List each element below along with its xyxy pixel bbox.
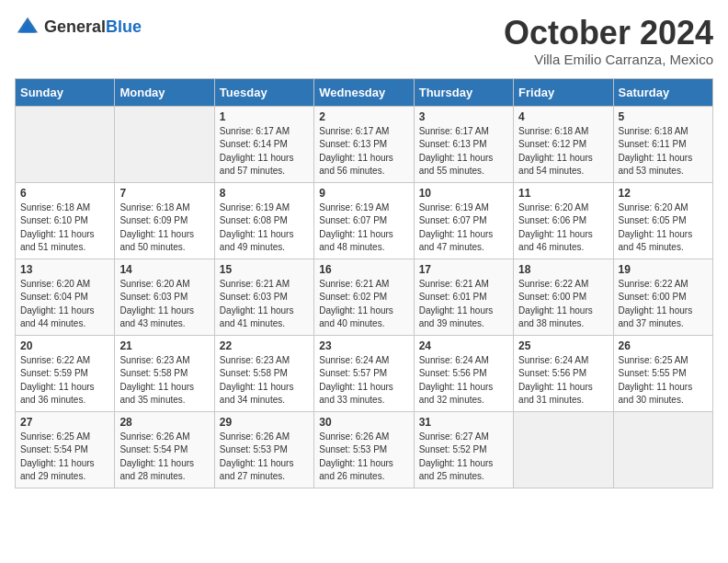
day-info: Sunrise: 6:20 AMSunset: 6:05 PMDaylight:…: [619, 201, 708, 255]
calendar-day-header: Monday: [115, 78, 214, 106]
calendar-cell: [16, 106, 115, 182]
calendar-cell: 16Sunrise: 6:21 AMSunset: 6:02 PMDayligh…: [314, 259, 414, 335]
month-title: October 2024: [504, 15, 713, 52]
calendar-cell: 4Sunrise: 6:18 AMSunset: 6:12 PMDaylight…: [514, 106, 613, 182]
header: GeneralBlue October 2024 Villa Emilio Ca…: [15, 15, 713, 67]
calendar-header: SundayMondayTuesdayWednesdayThursdayFrid…: [16, 78, 713, 106]
day-info: Sunrise: 6:24 AMSunset: 5:56 PMDaylight:…: [419, 354, 508, 408]
day-info: Sunrise: 6:23 AMSunset: 5:58 PMDaylight:…: [119, 354, 209, 408]
calendar-cell: 18Sunrise: 6:22 AMSunset: 6:00 PMDayligh…: [514, 259, 613, 335]
location-subtitle: Villa Emilio Carranza, Mexico: [504, 52, 713, 67]
calendar-cell: 5Sunrise: 6:18 AMSunset: 6:11 PMDaylight…: [613, 106, 712, 182]
calendar-table: SundayMondayTuesdayWednesdayThursdayFrid…: [15, 78, 713, 488]
calendar-cell: 25Sunrise: 6:24 AMSunset: 5:56 PMDayligh…: [514, 335, 613, 411]
calendar-cell: 7Sunrise: 6:18 AMSunset: 6:09 PMDaylight…: [115, 182, 214, 259]
day-number: 18: [518, 263, 608, 276]
day-info: Sunrise: 6:23 AMSunset: 5:58 PMDaylight:…: [220, 354, 309, 408]
day-number: 3: [419, 110, 508, 123]
day-number: 22: [220, 339, 309, 352]
day-number: 20: [20, 339, 109, 352]
day-number: 29: [220, 416, 309, 429]
day-number: 5: [619, 110, 708, 123]
calendar-cell: 12Sunrise: 6:20 AMSunset: 6:05 PMDayligh…: [613, 182, 712, 259]
day-info: Sunrise: 6:26 AMSunset: 5:54 PMDaylight:…: [119, 431, 209, 484]
day-info: Sunrise: 6:18 AMSunset: 6:11 PMDaylight:…: [619, 125, 708, 178]
calendar-cell: [514, 411, 613, 488]
calendar-cell: 27Sunrise: 6:25 AMSunset: 5:54 PMDayligh…: [16, 411, 115, 488]
day-info: Sunrise: 6:22 AMSunset: 6:00 PMDaylight:…: [619, 278, 708, 331]
calendar-cell: 21Sunrise: 6:23 AMSunset: 5:58 PMDayligh…: [115, 335, 214, 411]
day-info: Sunrise: 6:20 AMSunset: 6:04 PMDaylight:…: [20, 278, 109, 331]
calendar-cell: 26Sunrise: 6:25 AMSunset: 5:55 PMDayligh…: [613, 335, 712, 411]
day-info: Sunrise: 6:22 AMSunset: 6:00 PMDaylight:…: [518, 278, 608, 331]
calendar-cell: 15Sunrise: 6:21 AMSunset: 6:03 PMDayligh…: [214, 259, 313, 335]
calendar-cell: 14Sunrise: 6:20 AMSunset: 6:03 PMDayligh…: [115, 259, 214, 335]
day-number: 27: [20, 416, 109, 429]
calendar-cell: 2Sunrise: 6:17 AMSunset: 6:13 PMDaylight…: [314, 106, 414, 182]
calendar-cell: 11Sunrise: 6:20 AMSunset: 6:06 PMDayligh…: [514, 182, 613, 259]
calendar-day-header: Thursday: [414, 78, 513, 106]
calendar-cell: 20Sunrise: 6:22 AMSunset: 5:59 PMDayligh…: [16, 335, 115, 411]
day-number: 7: [119, 187, 209, 200]
logo-icon: [15, 15, 40, 40]
calendar-cell: 29Sunrise: 6:26 AMSunset: 5:53 PMDayligh…: [214, 411, 313, 488]
day-number: 17: [419, 263, 508, 276]
day-number: 26: [619, 339, 708, 352]
day-info: Sunrise: 6:24 AMSunset: 5:56 PMDaylight:…: [518, 354, 608, 408]
day-info: Sunrise: 6:26 AMSunset: 5:53 PMDaylight:…: [319, 431, 408, 484]
calendar-cell: 17Sunrise: 6:21 AMSunset: 6:01 PMDayligh…: [414, 259, 513, 335]
day-number: 16: [319, 263, 408, 276]
day-info: Sunrise: 6:18 AMSunset: 6:10 PMDaylight:…: [20, 201, 109, 255]
calendar-cell: 8Sunrise: 6:19 AMSunset: 6:08 PMDaylight…: [214, 182, 313, 259]
day-number: 6: [20, 187, 109, 200]
day-number: 1: [220, 110, 309, 123]
day-info: Sunrise: 6:19 AMSunset: 6:07 PMDaylight:…: [419, 201, 508, 255]
day-number: 9: [319, 187, 408, 200]
day-info: Sunrise: 6:25 AMSunset: 5:54 PMDaylight:…: [20, 431, 109, 484]
day-info: Sunrise: 6:19 AMSunset: 6:08 PMDaylight:…: [220, 201, 309, 255]
day-info: Sunrise: 6:26 AMSunset: 5:53 PMDaylight:…: [220, 431, 309, 484]
day-number: 10: [419, 187, 508, 200]
calendar-cell: 1Sunrise: 6:17 AMSunset: 6:14 PMDaylight…: [214, 106, 313, 182]
day-info: Sunrise: 6:17 AMSunset: 6:14 PMDaylight:…: [220, 125, 309, 178]
calendar-cell: 31Sunrise: 6:27 AMSunset: 5:52 PMDayligh…: [414, 411, 513, 488]
day-number: 24: [419, 339, 508, 352]
day-number: 13: [20, 263, 109, 276]
day-number: 21: [119, 339, 209, 352]
day-number: 28: [119, 416, 209, 429]
day-info: Sunrise: 6:24 AMSunset: 5:57 PMDaylight:…: [319, 354, 408, 408]
calendar-cell: 23Sunrise: 6:24 AMSunset: 5:57 PMDayligh…: [314, 335, 414, 411]
day-info: Sunrise: 6:20 AMSunset: 6:06 PMDaylight:…: [518, 201, 608, 255]
calendar-cell: 28Sunrise: 6:26 AMSunset: 5:54 PMDayligh…: [115, 411, 214, 488]
day-info: Sunrise: 6:17 AMSunset: 6:13 PMDaylight:…: [419, 125, 508, 178]
day-info: Sunrise: 6:20 AMSunset: 6:03 PMDaylight:…: [119, 278, 209, 331]
day-info: Sunrise: 6:25 AMSunset: 5:55 PMDaylight:…: [619, 354, 708, 408]
calendar-day-header: Sunday: [16, 78, 115, 106]
day-number: 19: [619, 263, 708, 276]
calendar-cell: [115, 106, 214, 182]
day-info: Sunrise: 6:18 AMSunset: 6:12 PMDaylight:…: [518, 125, 608, 178]
day-info: Sunrise: 6:18 AMSunset: 6:09 PMDaylight:…: [119, 201, 209, 255]
calendar-cell: 30Sunrise: 6:26 AMSunset: 5:53 PMDayligh…: [314, 411, 414, 488]
calendar-cell: [613, 411, 712, 488]
calendar-cell: 9Sunrise: 6:19 AMSunset: 6:07 PMDaylight…: [314, 182, 414, 259]
calendar-cell: 19Sunrise: 6:22 AMSunset: 6:00 PMDayligh…: [613, 259, 712, 335]
day-number: 15: [220, 263, 309, 276]
logo-general: GeneralBlue: [44, 18, 142, 37]
logo: GeneralBlue: [15, 15, 142, 40]
calendar-cell: 10Sunrise: 6:19 AMSunset: 6:07 PMDayligh…: [414, 182, 513, 259]
day-info: Sunrise: 6:17 AMSunset: 6:13 PMDaylight:…: [319, 125, 408, 178]
day-info: Sunrise: 6:27 AMSunset: 5:52 PMDaylight:…: [419, 431, 508, 484]
day-number: 30: [319, 416, 408, 429]
day-info: Sunrise: 6:21 AMSunset: 6:01 PMDaylight:…: [419, 278, 508, 331]
day-info: Sunrise: 6:22 AMSunset: 5:59 PMDaylight:…: [20, 354, 109, 408]
day-info: Sunrise: 6:21 AMSunset: 6:03 PMDaylight:…: [220, 278, 309, 331]
day-number: 8: [220, 187, 309, 200]
calendar-day-header: Friday: [514, 78, 613, 106]
day-info: Sunrise: 6:21 AMSunset: 6:02 PMDaylight:…: [319, 278, 408, 331]
calendar-cell: 6Sunrise: 6:18 AMSunset: 6:10 PMDaylight…: [16, 182, 115, 259]
calendar-day-header: Wednesday: [314, 78, 414, 106]
calendar-cell: 24Sunrise: 6:24 AMSunset: 5:56 PMDayligh…: [414, 335, 513, 411]
day-number: 11: [518, 187, 608, 200]
calendar-cell: 22Sunrise: 6:23 AMSunset: 5:58 PMDayligh…: [214, 335, 313, 411]
